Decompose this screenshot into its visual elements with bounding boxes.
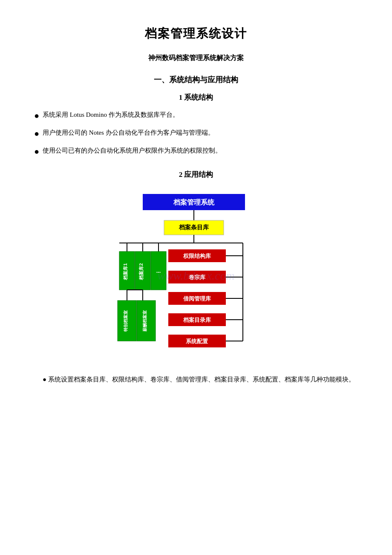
subtitle: 神州数码档案管理系统解决方案 (34, 54, 358, 63)
red-box-1-label: 权限结构库 (183, 253, 211, 259)
section1-heading: 一、系统结构与应用结构 (34, 75, 358, 85)
bullet-text-2: 用户使用公司的 Notes 办公自动化平台作为客户端与管理端。 (43, 127, 358, 139)
subsection2-heading: 2 应用结构 (34, 170, 358, 179)
bottom-bullet-item: ● 系统设置档案条目库、权限结构库、卷宗库、借阅管理库、档案目录库、系统配置、档… (43, 374, 358, 385)
subsection1-heading: 1 系统结构 (34, 92, 358, 102)
bottom-bullet-dot: ● (43, 376, 48, 383)
bullet-dot-1: ● (34, 109, 39, 122)
diagram-svg: 档案管理系统 档案条目库 ... (77, 190, 315, 360)
bullet-dot-3: ● (34, 145, 39, 158)
red-box-4-label: 档案目录库 (183, 317, 211, 323)
bullet-dot-2: ● (34, 127, 39, 140)
bullet-item-3: ● 使用公司已有的办公自动化系统用户权限作为系统的权限控制。 (34, 145, 358, 158)
red-box-3-label: 借阅管理库 (183, 295, 211, 302)
green-box-2-label: 档案库2 (138, 263, 144, 280)
mid-box-label: 档案条目库 (179, 224, 209, 231)
bottom-bullets-section: ● 系统设置档案条目库、权限结构库、卷宗库、借阅管理库、档案目录库、系统配置、档… (34, 374, 358, 385)
top-box-label: 档案管理系统 (173, 198, 215, 206)
bullet-text-1: 系统采用 Lotus Domino 作为系统及数据库平台。 (43, 109, 358, 121)
green-box-3-label: ... (156, 268, 161, 274)
red-box-5-label: 系统配置 (186, 338, 208, 344)
bottom-bullet-text: 系统设置档案条目库、权限结构库、卷宗库、借阅管理库、档案目录库、系统配置、档案库… (48, 376, 355, 383)
application-structure-diagram: www.bdocx.com 档案管理系统 档案条目库 (34, 190, 358, 362)
green-box-4-label: 特别档案室 (123, 310, 128, 332)
page-title: 档案管理系统设计 (34, 26, 358, 42)
green-box-1-label: 档案库1 (123, 263, 128, 280)
green-box-5-label: 薪酬档案室 (142, 310, 147, 332)
bullet-text-3: 使用公司已有的办公自动化系统用户权限作为系统的权限控制。 (43, 145, 358, 156)
bullet-item-1: ● 系统采用 Lotus Domino 作为系统及数据库平台。 (34, 109, 358, 122)
bullet-item-2: ● 用户使用公司的 Notes 办公自动化平台作为客户端与管理端。 (34, 127, 358, 140)
red-box-2-label: 卷宗库 (189, 274, 206, 280)
